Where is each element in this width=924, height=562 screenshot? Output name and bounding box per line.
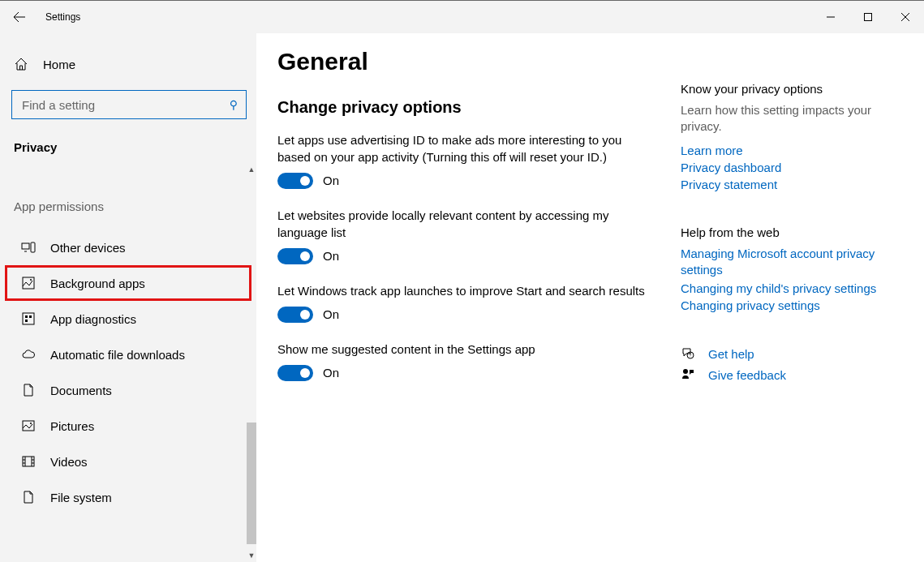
link-privacy-dashboard[interactable]: Privacy dashboard [681, 161, 908, 174]
setting-description: Let Windows track app launches to improv… [277, 282, 651, 299]
sidebar-item-label: App diagnostics [50, 312, 136, 326]
setting-description: Let apps use advertising ID to make ads … [277, 131, 651, 165]
background-apps-icon [21, 276, 36, 290]
minimize-icon [827, 13, 835, 21]
search-box[interactable]: ⚲ [11, 90, 247, 119]
help-from-web-section: Help from the web Managing Microsoft acc… [681, 225, 908, 313]
svg-point-7 [30, 279, 32, 281]
sidebar-item-label: Other devices [50, 241, 126, 255]
sidebar-item-app-diagnostics[interactable]: App diagnostics [5, 301, 251, 337]
scroll-thumb[interactable] [247, 423, 256, 544]
cloud-icon [21, 347, 36, 362]
toggle-row: On [277, 172, 651, 189]
sidebar-nav-list: Other devices Background apps App diagno… [0, 230, 256, 515]
right-panel: Know your privacy options Learn how this… [660, 48, 908, 562]
svg-rect-11 [25, 320, 28, 322]
page-title: General [277, 48, 660, 75]
sidebar-item-label: Videos [50, 455, 88, 469]
documents-icon [21, 383, 36, 397]
setting-language-list: Let websites provide locally relevant co… [277, 207, 651, 264]
setting-suggested-content: Show me suggested content in the Setting… [277, 341, 651, 381]
setting-description: Let websites provide locally relevant co… [277, 207, 651, 241]
app-body: Home ⚲ Privacy App permissions Other dev… [0, 33, 924, 562]
sidebar-item-videos[interactable]: Videos [5, 444, 251, 479]
sidebar-section-title: Privacy [0, 119, 256, 154]
toggle-state-label: On [323, 172, 339, 189]
scroll-down-arrow-icon[interactable]: ▼ [247, 549, 256, 562]
close-button[interactable] [887, 5, 924, 29]
svg-point-13 [30, 423, 32, 424]
svg-rect-6 [23, 277, 34, 289]
close-icon [901, 13, 909, 21]
file-system-icon [21, 490, 36, 504]
setting-track-launches: Let Windows track app launches to improv… [277, 282, 651, 323]
sidebar-item-file-system[interactable]: File system [5, 479, 251, 515]
svg-rect-4 [22, 243, 29, 249]
sidebar-item-automatic-file-downloads[interactable]: Automatic file downloads [5, 337, 251, 372]
section-heading: Know your privacy options [681, 82, 908, 96]
sidebar-item-label: Background apps [50, 277, 145, 290]
sidebar-item-other-devices[interactable]: Other devices [5, 230, 251, 265]
back-arrow-icon [13, 11, 26, 24]
sidebar-item-label: Pictures [50, 419, 94, 433]
sidebar-home[interactable]: Home [0, 48, 256, 80]
toggle-row: On [277, 306, 651, 323]
search-input[interactable] [20, 97, 208, 113]
toggle-state-label: On [323, 247, 339, 264]
link-learn-more[interactable]: Learn more [681, 144, 908, 157]
setting-description: Show me suggested content in the Setting… [277, 341, 651, 358]
sidebar-item-background-apps[interactable]: Background apps [5, 265, 251, 301]
other-devices-icon [21, 240, 36, 255]
svg-rect-1 [865, 14, 872, 21]
toggle-advertising-id[interactable] [277, 173, 313, 189]
svg-point-23 [683, 369, 688, 374]
content-panel: General Change privacy options Let apps … [277, 48, 660, 562]
link-changing-privacy-settings[interactable]: Changing privacy settings [681, 298, 908, 312]
settings-window: Settings Home ⚲ Privacy App permissions [0, 0, 924, 562]
page-subtitle: Change privacy options [277, 98, 660, 117]
scroll-up-arrow-icon[interactable]: ▲ [247, 163, 256, 176]
link-managing-account-privacy[interactable]: Managing Microsoft account privacy setti… [681, 246, 908, 279]
toggle-language-list[interactable] [277, 248, 313, 264]
minimize-button[interactable] [812, 5, 849, 29]
sidebar-item-label: Automatic file downloads [50, 348, 185, 362]
get-help-row[interactable]: ? Get help [681, 346, 908, 361]
main-area: General Change privacy options Let apps … [256, 33, 924, 562]
window-controls [812, 5, 924, 29]
link-privacy-statement[interactable]: Privacy statement [681, 178, 908, 191]
section-heading: Help from the web [681, 225, 908, 239]
sidebar-item-pictures[interactable]: Pictures [5, 408, 251, 444]
search-icon: ⚲ [230, 98, 238, 111]
give-feedback-link[interactable]: Give feedback [708, 368, 786, 382]
svg-rect-5 [31, 242, 35, 252]
videos-icon [21, 454, 36, 469]
toggle-row: On [277, 247, 651, 264]
get-help-link[interactable]: Get help [708, 347, 754, 361]
give-feedback-row[interactable]: Give feedback [681, 367, 908, 382]
toggle-suggested-content[interactable] [277, 365, 313, 381]
pictures-icon [21, 418, 36, 433]
toggle-state-label: On [323, 306, 339, 323]
back-button[interactable] [11, 9, 28, 25]
sidebar-home-label: Home [43, 58, 75, 71]
sidebar: Home ⚲ Privacy App permissions Other dev… [0, 33, 256, 562]
svg-rect-12 [23, 421, 34, 431]
sidebar-item-label: File system [50, 491, 112, 504]
toggle-track-launches[interactable] [277, 307, 313, 323]
svg-rect-9 [25, 315, 28, 318]
window-title: Settings [45, 11, 80, 23]
sidebar-item-documents[interactable]: Documents [5, 372, 251, 408]
maximize-icon [864, 13, 872, 21]
svg-rect-10 [29, 315, 32, 318]
help-feedback-section: ? Get help Give feedback [681, 346, 908, 382]
titlebar-left: Settings [11, 9, 80, 25]
know-your-privacy-section: Know your privacy options Learn how this… [681, 82, 908, 191]
toggle-row: On [277, 364, 651, 381]
svg-text:?: ? [690, 353, 692, 358]
section-description: Learn how this setting impacts your priv… [681, 102, 908, 135]
link-changing-child-privacy[interactable]: Changing my child's privacy settings [681, 281, 908, 295]
toggle-state-label: On [323, 364, 339, 381]
sidebar-scrollbar[interactable]: ▲ ▼ [247, 163, 256, 562]
feedback-icon [681, 367, 695, 382]
maximize-button[interactable] [849, 5, 887, 29]
